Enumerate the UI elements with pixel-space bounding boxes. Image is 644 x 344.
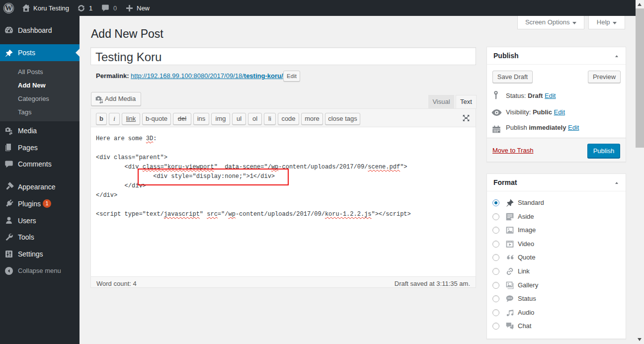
svg-text:W: W: [5, 4, 12, 12]
